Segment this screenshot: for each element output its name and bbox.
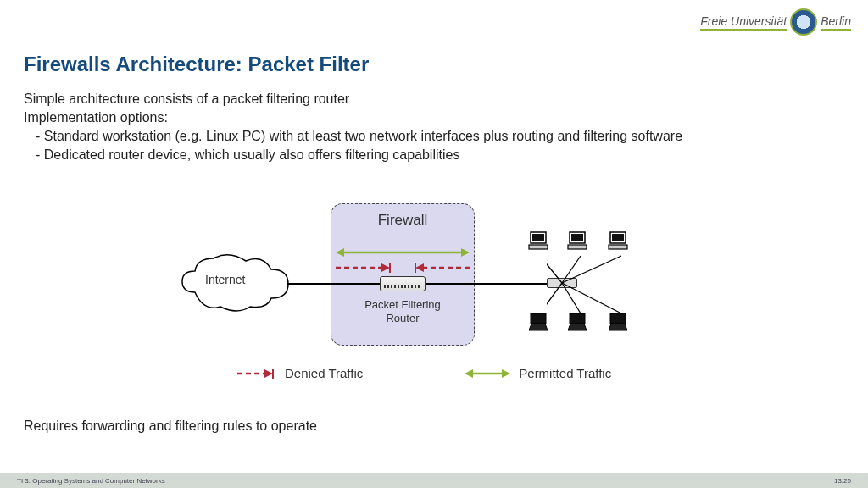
laptop-icon — [566, 312, 588, 332]
permitted-arrow-icon — [336, 246, 470, 259]
router-label-line2: Router — [386, 312, 419, 324]
svg-rect-28 — [610, 313, 626, 324]
permitted-legend-icon — [465, 368, 510, 380]
svg-marker-27 — [568, 324, 587, 330]
laptop-icon — [607, 312, 629, 332]
router-icon — [380, 276, 426, 291]
svg-marker-4 — [381, 263, 390, 272]
denied-arrow-icon — [336, 261, 470, 274]
footer-course: TI 3: Operating Systems and Computer Net… — [17, 477, 165, 485]
laptop-icon — [527, 312, 549, 332]
svg-marker-25 — [529, 324, 548, 330]
logo-text-left: Freie Universität — [700, 14, 787, 30]
seal-icon — [790, 8, 817, 36]
architecture-diagram: Firewall Packet Filtering Router Interne… — [186, 195, 661, 364]
legend-permitted: Permitted Traffic — [465, 366, 611, 380]
svg-marker-31 — [264, 369, 273, 378]
option-bullet-1: Standard workstation (e.g. Linux PC) wit… — [36, 127, 682, 146]
router-label: Packet Filtering Router — [331, 298, 475, 324]
slide-title: Firewalls Architecture: Packet Filter — [24, 53, 369, 76]
svg-rect-20 — [568, 245, 587, 249]
internet-label: Internet — [205, 273, 245, 286]
svg-rect-22 — [612, 234, 624, 241]
svg-marker-35 — [502, 369, 510, 378]
computer-icon — [566, 230, 588, 251]
denied-legend-icon — [237, 368, 276, 380]
legend-denied: Denied Traffic — [237, 366, 363, 380]
footer: TI 3: Operating Systems and Computer Net… — [0, 473, 868, 488]
computer-icon — [527, 230, 549, 251]
firewall-label: Firewall — [331, 212, 475, 229]
legend: Denied Traffic Permitted Traffic — [237, 366, 611, 380]
intro-line: Simple architecture consists of a packet… — [24, 90, 349, 108]
lan-fanout-lines — [547, 236, 648, 333]
svg-marker-34 — [465, 369, 473, 378]
footer-page: 13.25 — [834, 477, 851, 485]
svg-rect-24 — [531, 313, 546, 324]
svg-rect-19 — [571, 234, 583, 241]
closing-line: Requires forwarding and filtering rules … — [24, 417, 317, 435]
legend-permitted-label: Permitted Traffic — [519, 366, 611, 380]
svg-marker-2 — [461, 248, 470, 257]
svg-rect-23 — [609, 245, 627, 249]
option-bullet-2: Dedicated router device, which usually a… — [36, 146, 459, 164]
logo-text-right: Berlin — [821, 14, 851, 30]
svg-marker-7 — [415, 263, 424, 272]
svg-rect-17 — [529, 245, 548, 249]
svg-marker-29 — [609, 324, 627, 330]
university-logo: Freie Universität Berlin — [700, 8, 851, 36]
svg-rect-26 — [570, 313, 585, 324]
svg-line-9 — [547, 256, 562, 283]
svg-line-12 — [547, 283, 562, 313]
options-heading: Implementation options: — [24, 108, 168, 127]
svg-rect-16 — [532, 234, 544, 241]
legend-denied-label: Denied Traffic — [285, 366, 363, 380]
connection-line-right — [426, 283, 548, 285]
connection-line-left — [287, 283, 380, 285]
svg-marker-1 — [336, 248, 344, 257]
computer-icon — [607, 230, 629, 251]
router-label-line1: Packet Filtering — [364, 298, 441, 311]
